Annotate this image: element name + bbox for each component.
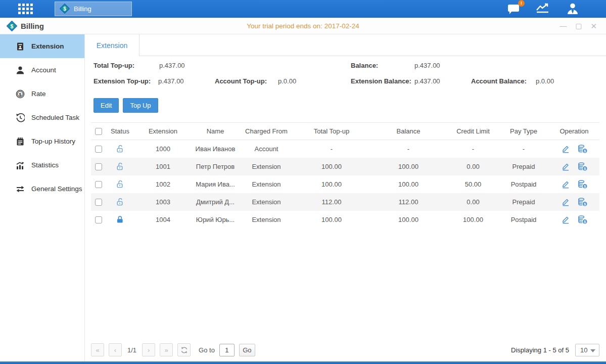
close-button[interactable]: ✕ (590, 22, 597, 30)
table-row: 1003 Дмитрий Д... Extension 112.00 112.0… (91, 193, 599, 211)
row-checkbox[interactable] (95, 216, 102, 223)
total-topup-cell: 100.00 (294, 163, 369, 170)
column-header-extension: Extension (134, 127, 192, 135)
app-launcher-icon[interactable] (18, 4, 33, 14)
edit-icon[interactable] (562, 180, 570, 189)
account-icon (16, 66, 25, 75)
row-checkbox[interactable] (95, 163, 102, 170)
sidebar-item-label: Account (31, 66, 56, 74)
sidebar-item-statistics[interactable]: Statistics (0, 153, 84, 177)
billing-app-tab[interactable]: $ Billing (55, 2, 132, 16)
sidebar-item-topup-history[interactable]: Top-up History (0, 129, 84, 153)
sidebar-item-general-settings[interactable]: General Settings (0, 177, 84, 201)
edit-button[interactable]: Edit (94, 98, 119, 113)
sidebar-item-label: General Settings (31, 185, 82, 193)
edit-icon[interactable] (562, 145, 570, 153)
select-all-checkbox[interactable] (95, 128, 102, 135)
sidebar-item-scheduled-task[interactable]: Scheduled Task (0, 106, 84, 129)
row-checkbox[interactable] (95, 181, 102, 188)
total-top-up-value: p.437.00 (159, 62, 185, 69)
name-cell: Дмитрий Д... (192, 198, 239, 206)
extension-top-up-value: p.437.00 (158, 77, 184, 85)
page-size-select[interactable]: 10 (575, 344, 599, 356)
extension-icon (16, 42, 25, 51)
name-cell: Юрий Юрь... (192, 216, 239, 223)
lock-open-icon (116, 180, 124, 189)
total-topup-cell: 112.00 (294, 198, 369, 206)
topup-history-icon (16, 137, 25, 146)
svg-text:$: $ (584, 149, 586, 153)
lock-open-icon (116, 162, 124, 171)
page-size-value: 10 (580, 346, 587, 354)
tab-strip: Extension (85, 34, 606, 56)
next-page-button[interactable]: › (142, 343, 155, 356)
go-button[interactable]: Go (239, 344, 255, 356)
credit-limit-cell: 50.00 (448, 180, 498, 188)
total-top-up-label: Total Top-up: (94, 62, 134, 69)
sidebar-item-extension[interactable]: Extension (0, 34, 84, 58)
column-header-name: Name (192, 127, 239, 135)
tab-extension[interactable]: Extension (85, 34, 139, 56)
account-top-up-value: p.0.00 (278, 77, 296, 85)
toolbar: Edit Top Up (94, 98, 158, 113)
extension-balance-label: Extension Balance: (351, 77, 411, 85)
credit-limit-cell: 0.00 (448, 198, 498, 206)
monitor-chart-icon[interactable] (535, 3, 551, 15)
edit-icon[interactable] (562, 215, 570, 224)
sidebar-item-account[interactable]: Account (0, 58, 84, 82)
charged-from-cell: Extension (239, 198, 294, 206)
sidebar-item-label: Rate (31, 90, 46, 98)
os-topbar: $ Billing ! (0, 0, 606, 18)
column-header-operation: Operation (549, 127, 599, 135)
sidebar-item-rate[interactable]: $ Rate (0, 82, 84, 106)
credit-limit-cell: 100.00 (448, 216, 498, 223)
extension-top-up-label: Extension Top-up: (94, 77, 151, 85)
first-page-button[interactable]: « (91, 343, 104, 356)
user-account-icon[interactable] (566, 3, 580, 15)
svg-text:$: $ (584, 202, 586, 206)
pay-type-cell: - (498, 145, 549, 153)
extension-cell: 1001 (134, 163, 192, 170)
balance-cell: 112.00 (369, 198, 448, 206)
credit-limit-cell: 0.00 (448, 163, 498, 170)
maximize-button[interactable]: ▢ (575, 22, 582, 29)
column-header-status: Status (106, 127, 134, 135)
charged-from-cell: Extension (239, 180, 294, 188)
goto-page-input[interactable] (219, 344, 235, 356)
account-top-up-label: Account Top-up: (215, 77, 267, 85)
svg-text:$: $ (11, 23, 14, 29)
topup-icon[interactable]: $ (578, 180, 587, 189)
row-checkbox[interactable] (95, 199, 102, 206)
goto-label: Go to (199, 346, 215, 354)
row-checkbox[interactable] (95, 146, 102, 153)
topup-icon[interactable]: $ (578, 162, 587, 171)
app-tab-label: Billing (74, 5, 91, 13)
last-page-button[interactable]: » (160, 343, 173, 356)
desktop-edge (0, 361, 606, 364)
total-topup-cell: - (294, 145, 369, 153)
scheduled-task-icon (16, 113, 25, 122)
top-up-button[interactable]: Top Up (123, 98, 158, 113)
sidebar-item-label: Top-up History (31, 138, 75, 145)
messages-icon[interactable]: ! (507, 3, 521, 15)
edit-icon[interactable] (562, 198, 570, 206)
minimize-button[interactable]: — (560, 22, 567, 29)
pay-type-cell: Prepaid (498, 198, 549, 206)
balance-cell: 100.00 (369, 163, 448, 170)
sidebar: Extension Account $ Rate Scheduled Task … (0, 34, 85, 361)
statistics-icon (16, 161, 25, 170)
table-row: 1000 Иван Иванов Account - - - - $ (91, 140, 599, 158)
svg-text:$: $ (19, 91, 22, 97)
extension-cell: 1004 (134, 216, 192, 223)
topup-icon[interactable]: $ (578, 145, 587, 153)
account-balance-label: Account Balance: (471, 77, 527, 85)
refresh-button[interactable] (177, 343, 191, 356)
charged-from-cell: Account (239, 145, 294, 153)
notification-badge: ! (518, 0, 525, 7)
prev-page-button[interactable]: ‹ (109, 343, 122, 356)
name-cell: Иван Иванов (192, 145, 239, 153)
topup-icon[interactable]: $ (578, 215, 587, 224)
topup-icon[interactable]: $ (578, 198, 587, 206)
lock-open-icon (116, 198, 124, 206)
edit-icon[interactable] (562, 162, 570, 171)
